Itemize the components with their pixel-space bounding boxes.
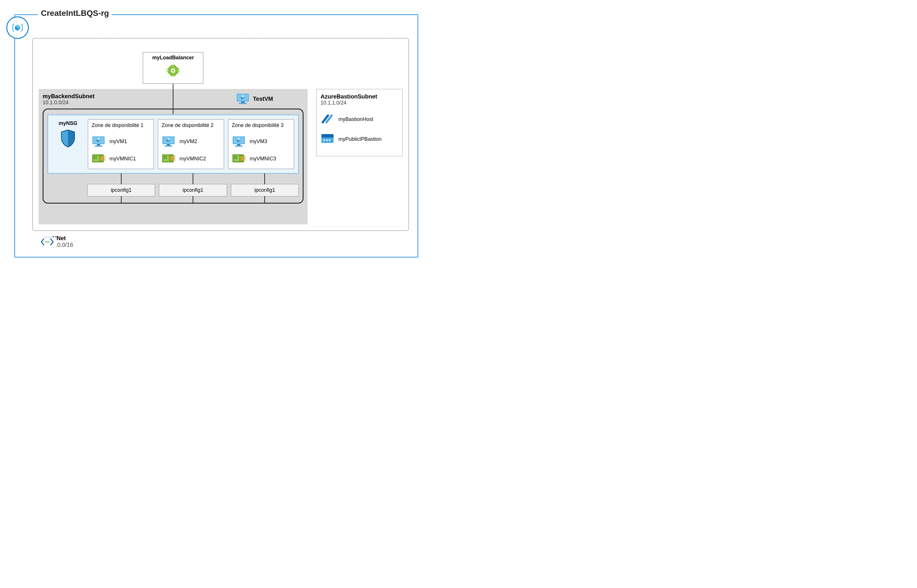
- svg-rect-34: [104, 160, 105, 160]
- vnet-icon: [39, 237, 56, 248]
- svg-rect-47: [166, 158, 167, 159]
- svg-point-72: [323, 139, 325, 141]
- connector-ipconfig2-out: [193, 196, 193, 203]
- nsg-box: myNSG Zone de disponibilité 1: [47, 115, 299, 174]
- svg-point-75: [45, 241, 46, 242]
- bastion-subnet-header: AzureBastionSubnet 10.1.1.0/24: [321, 93, 398, 106]
- shield-icon: [60, 129, 76, 148]
- resource-group-title: CreateIntLBQS-rg: [38, 9, 112, 18]
- svg-rect-66: [244, 156, 246, 157]
- az-2-nic-label: myVMNIC2: [179, 156, 206, 162]
- nsg-label: myNSG: [52, 120, 84, 126]
- svg-rect-49: [174, 156, 175, 157]
- svg-rect-48: [170, 156, 173, 161]
- nic-icon: [232, 153, 246, 165]
- svg-point-74: [329, 139, 331, 141]
- svg-rect-27: [94, 156, 95, 157]
- ipconfig-row: ipconfig1 ipconfig1 ipconfig1: [47, 184, 299, 196]
- connector-into-backend: [173, 90, 173, 114]
- svg-rect-29: [94, 158, 95, 159]
- connector-ipconfig1-out: [121, 196, 121, 203]
- svg-rect-31: [100, 156, 103, 161]
- az-3-nic: myVMNIC3: [232, 153, 290, 165]
- backend-subnet-container: myLoadBalancer myBackendSubnet 10.1.0.: [39, 89, 308, 224]
- svg-rect-14: [239, 103, 247, 104]
- bastion-host: myBastionHost: [321, 112, 398, 126]
- vnet-label: [39, 242, 56, 248]
- bastion-icon: [321, 112, 334, 126]
- connector-az3-ipconfig: [265, 173, 265, 184]
- svg-rect-62: [236, 156, 237, 157]
- svg-rect-45: [166, 156, 167, 157]
- svg-rect-50: [174, 158, 175, 159]
- az-1-nic: myVMNIC1: [92, 153, 150, 165]
- svg-rect-61: [234, 156, 235, 157]
- availability-zone-2: Zone de disponibilité 2 myVM2 myVMNIC2: [158, 119, 224, 169]
- az-3-vm: myVM3: [232, 135, 290, 147]
- test-vm: TestVM: [236, 93, 273, 105]
- vm-icon: [236, 93, 249, 105]
- svg-rect-64: [236, 158, 237, 159]
- vm-icon: [161, 135, 175, 147]
- svg-rect-46: [164, 158, 165, 159]
- availability-zone-3: Zone de disponibilité 3 myVM3 myVMNIC3: [228, 119, 294, 169]
- az-3-vm-label: myVM3: [250, 139, 267, 145]
- az-1-vm-label: myVM1: [110, 139, 127, 145]
- vnet-caption: myVNet 10.1.0.0/16: [44, 235, 409, 248]
- ipconfig-1-label: ipconfig1: [111, 187, 132, 193]
- svg-rect-63: [234, 158, 235, 159]
- svg-rect-21: [95, 145, 103, 147]
- nsg-column: myNSG: [52, 119, 84, 169]
- svg-rect-44: [164, 156, 165, 157]
- ipconfig-2: ipconfig1: [159, 184, 227, 196]
- svg-point-76: [47, 241, 48, 242]
- bastion-host-label: myBastionHost: [338, 116, 373, 123]
- vnet-name: myVNet: [44, 235, 409, 242]
- svg-point-77: [48, 241, 49, 242]
- svg-rect-68: [244, 160, 246, 160]
- vm-icon: [92, 135, 105, 147]
- nic-icon: [161, 153, 175, 165]
- svg-rect-33: [104, 158, 105, 159]
- resource-group-container: CreateIntLBQS-rg myLoadBalancer: [15, 15, 418, 257]
- backend-pool-box: myNSG Zone de disponibilité 1: [43, 108, 304, 204]
- ipconfig-1: ipconfig1: [87, 184, 155, 196]
- svg-rect-67: [244, 158, 246, 159]
- load-balancer-box: myLoadBalancer: [143, 52, 203, 84]
- svg-rect-28: [95, 156, 97, 157]
- connector-az1-ipconfig: [121, 173, 121, 184]
- load-balancer-icon: [165, 62, 182, 79]
- svg-rect-13: [241, 102, 245, 103]
- ipconfig-3: ipconfig1: [231, 184, 299, 196]
- az-2-nic: myVMNIC2: [161, 153, 220, 165]
- svg-rect-32: [104, 156, 105, 157]
- svg-rect-55: [235, 145, 242, 147]
- nic-icon: [92, 153, 105, 165]
- svg-rect-71: [321, 136, 334, 137]
- svg-rect-38: [165, 145, 173, 147]
- svg-rect-37: [167, 144, 171, 146]
- vnet-cidr: 10.1.0.0/16: [44, 242, 409, 248]
- ipconfig-3-label: ipconfig1: [254, 187, 275, 193]
- resource-group-icon: [6, 16, 29, 39]
- az-3-nic-label: myVMNIC3: [250, 156, 276, 162]
- test-vm-label: TestVM: [253, 95, 273, 102]
- vm-icon: [232, 135, 246, 147]
- public-ip-icon: [321, 133, 334, 146]
- ipconfig-2-label: ipconfig1: [182, 187, 203, 193]
- az-2-vm-label: myVM2: [179, 139, 197, 145]
- svg-point-73: [326, 139, 328, 141]
- availability-zone-1: Zone de disponibilité 1 myVM1 myVMNIC1: [88, 119, 154, 169]
- svg-point-6: [172, 69, 174, 72]
- svg-rect-20: [97, 144, 100, 146]
- az-1-title: Zone de disponibilité 1: [92, 123, 150, 128]
- svg-rect-30: [95, 158, 97, 159]
- az-2-title: Zone de disponibilité 2: [161, 123, 220, 128]
- public-ip-bastion-label: myPublicIPBastion: [338, 136, 382, 142]
- svg-rect-65: [241, 156, 243, 161]
- az-1-vm: myVM1: [92, 135, 150, 147]
- connector-ipconfig3-out: [265, 196, 265, 203]
- bastion-subnet-container: AzureBastionSubnet 10.1.1.0/24 myBastion…: [316, 89, 403, 157]
- az-1-nic-label: myVMNIC1: [110, 156, 136, 162]
- bastion-subnet-name: AzureBastionSubnet: [321, 93, 398, 100]
